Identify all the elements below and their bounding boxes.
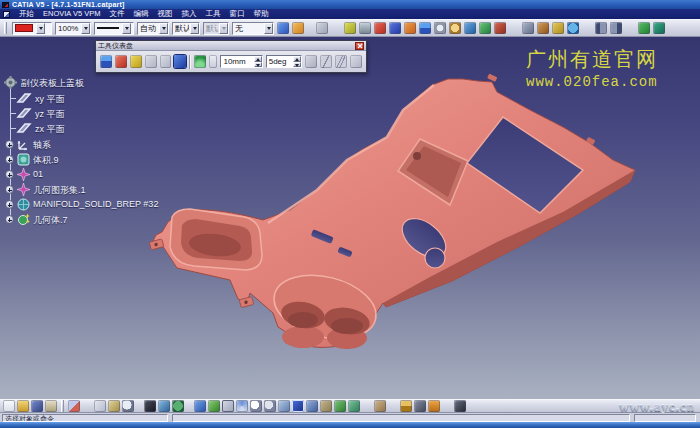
car-icon[interactable] [389,22,401,34]
zoom-in-icon[interactable] [250,400,262,412]
pencil-icon[interactable] [552,22,564,34]
line-weight-combo[interactable] [94,22,134,35]
snap-delete-icon[interactable] [316,22,328,34]
expand-plus-icon[interactable] [5,185,14,194]
recycle-icon[interactable] [638,22,650,34]
knight-icon[interactable] [374,22,386,34]
normal-view-icon[interactable] [278,400,290,412]
grid-angle-spinner[interactable]: 5deg [266,55,303,68]
globe-icon[interactable] [567,22,579,34]
snap-arrows-icon[interactable] [100,55,112,68]
menu-tools[interactable]: 工具 [206,10,221,18]
menu-start[interactable]: 开始 [19,10,34,18]
command-input-field[interactable] [172,414,630,422]
spin-down-icon[interactable] [293,62,301,68]
expand-plus-icon[interactable] [5,140,14,149]
sound-icon[interactable] [414,400,426,412]
save-icon[interactable] [522,22,534,34]
user-icon[interactable] [464,22,476,34]
toggle-icon[interactable] [209,55,217,68]
battery-icon[interactable] [359,22,371,34]
ruler-icon [160,55,172,68]
zoom-out-icon[interactable] [264,400,276,412]
snap-x-icon[interactable] [115,55,127,68]
document-menu-icon[interactable] [3,11,10,18]
graph-icon[interactable] [158,400,170,412]
book-icon[interactable] [479,22,491,34]
toolbar-grip[interactable] [4,22,7,34]
torch-icon[interactable] [130,55,142,68]
iso-view-icon[interactable] [306,400,318,412]
save-icon[interactable] [31,400,43,412]
color-combo[interactable] [12,22,52,35]
chevron-down-icon[interactable] [36,23,45,34]
geometric-set-icon [17,168,30,183]
camera-icon[interactable] [454,400,466,412]
chevron-down-icon[interactable] [81,23,90,34]
menu-insert[interactable]: 插入 [182,10,197,18]
pan-icon[interactable] [222,400,234,412]
search-icon[interactable] [122,400,134,412]
grid-spacing-spinner[interactable]: 10mm [220,55,262,68]
wrench-icon[interactable] [537,22,549,34]
menu-help[interactable]: 帮助 [254,10,269,18]
material-icon[interactable] [428,400,440,412]
sort-arrows-icon[interactable] [419,22,431,34]
formula-icon[interactable] [108,400,120,412]
diamond-icon[interactable] [344,22,356,34]
expand-plus-icon[interactable] [5,155,14,164]
render-style-2-icon[interactable] [348,400,360,412]
box-view-icon[interactable] [320,400,332,412]
rotate-icon[interactable] [236,400,248,412]
tools-palette-titlebar[interactable]: 工具仪表盘 [96,41,366,51]
close-icon[interactable] [355,42,364,50]
measure-icon[interactable] [400,400,412,412]
chevron-down-icon[interactable] [159,23,168,34]
chevron-down-icon[interactable] [264,23,273,34]
catia-window: CATIA V5 - [4.7.1-51FN1.catpart] 开始 ENOV… [0,0,700,428]
expand-plus-icon[interactable] [5,215,14,224]
point-type-combo[interactable]: 默认 [172,22,200,35]
link-icon[interactable] [68,400,80,412]
chevron-down-icon[interactable] [122,23,131,34]
3d-viewport[interactable]: 副仪表板上盖板 xy 平面 yz 平面 [0,37,700,399]
render-style-icon[interactable] [334,400,346,412]
zoom-combo[interactable]: 100% [55,22,91,35]
expand-plus-icon[interactable] [5,200,14,209]
cursor-help-icon[interactable] [94,400,106,412]
fit-all-icon[interactable] [208,400,220,412]
user-green-icon[interactable] [653,22,665,34]
rotate-cube-icon[interactable] [374,400,386,412]
expand-plus-icon[interactable] [5,170,14,179]
dome-snap-icon[interactable] [194,55,206,68]
next-icon[interactable] [610,22,622,34]
globe-icon[interactable] [172,400,184,412]
toolbar-grip[interactable] [61,400,64,412]
status-secondary-field [634,414,696,422]
clock-icon[interactable] [449,22,461,34]
multi-view-icon[interactable] [292,400,304,412]
chevron-down-icon[interactable] [190,23,199,34]
paint-brush-icon[interactable] [292,22,304,34]
swatch-icon[interactable] [144,400,156,412]
paint-copy-icon[interactable] [277,22,289,34]
menu-view[interactable]: 视图 [158,10,173,18]
line-type-combo[interactable]: 自动 [137,22,169,35]
open-icon[interactable] [17,400,29,412]
new-document-icon[interactable] [3,400,15,412]
layer-combo[interactable]: 无 [232,22,274,35]
title-bar[interactable]: CATIA V5 - [4.7.1-51FN1.catpart] [0,0,700,9]
prev-icon[interactable] [595,22,607,34]
grid-snap-icon[interactable] [174,55,186,68]
menu-window[interactable]: 窗口 [230,10,245,18]
circle-icon[interactable] [434,22,446,34]
menu-edit[interactable]: 编辑 [134,10,149,18]
menu-enovia[interactable]: ENOVIA V5 VPM [43,10,101,18]
menu-file[interactable]: 文件 [110,10,125,18]
fly-icon[interactable] [194,400,206,412]
tree-icon[interactable] [494,22,506,34]
print-icon[interactable] [45,400,57,412]
model-body[interactable] [149,73,635,349]
spin-down-icon[interactable] [254,62,262,68]
person-orange-icon[interactable] [404,22,416,34]
